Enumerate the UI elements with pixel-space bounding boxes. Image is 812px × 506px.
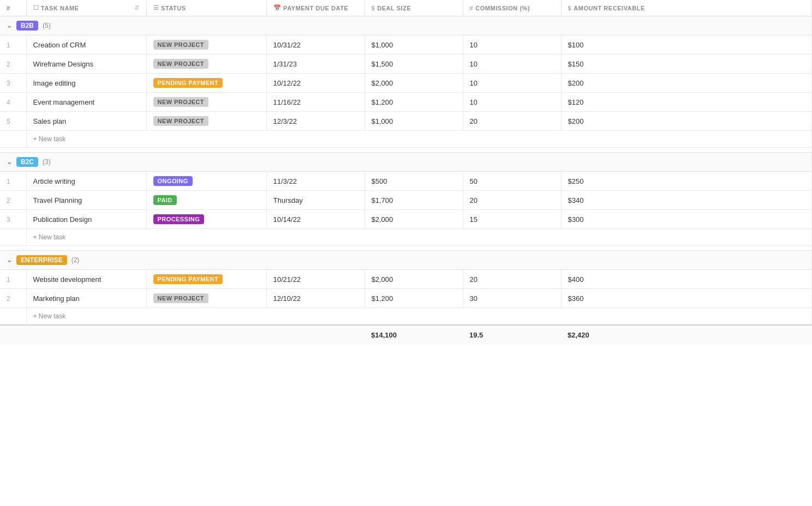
cell-task-0-3[interactable]: Event management: [26, 93, 146, 112]
cell-task-0-2[interactable]: Image editing: [26, 74, 146, 93]
cell-deal-1-2: $2,000: [365, 210, 463, 229]
cell-task-2-0[interactable]: Website development: [26, 270, 146, 289]
cell-task-2-1[interactable]: Marketing plan: [26, 289, 146, 308]
table-header-row: # ☐ TASK NAME ⇵ ☰ STATUS: [0, 0, 812, 16]
group-count-enterprise: (2): [71, 256, 80, 264]
cell-num-0-1: 2: [0, 55, 26, 74]
cell-amount-1-2: $300: [561, 210, 812, 229]
cell-task-1-2[interactable]: Publication Design: [26, 210, 146, 229]
status-badge: ONGOING: [153, 176, 193, 186]
new-task-row-b2b[interactable]: + New task: [0, 131, 812, 148]
group-header-b2b[interactable]: ⌄ B2B (5): [0, 16, 812, 35]
dollar-icon-2: $: [568, 5, 572, 11]
table-row: 1 Website development PENDING PAYMENT 10…: [0, 270, 812, 289]
cell-num-1-1: 2: [0, 191, 26, 210]
new-task-label-enterprise[interactable]: + New task: [26, 308, 812, 326]
cell-num-1-2: 3: [0, 210, 26, 229]
cell-num-2-1: 2: [0, 289, 26, 308]
cell-deal-2-0: $2,000: [365, 270, 463, 289]
group-header-b2c[interactable]: ⌄ B2C (3): [0, 153, 812, 172]
cell-task-0-0[interactable]: Creation of CRM: [26, 35, 146, 55]
tasks-table: # ☐ TASK NAME ⇵ ☰ STATUS: [0, 0, 812, 345]
cell-status-0-0: NEW PROJECT: [146, 35, 266, 55]
chevron-icon-enterprise[interactable]: ⌄: [7, 256, 12, 264]
status-badge: NEW PROJECT: [153, 116, 209, 126]
group-spacer-b2c: [0, 246, 812, 251]
cell-status-2-1: NEW PROJECT: [146, 289, 266, 308]
cell-date-0-1: 1/31/23: [266, 55, 365, 74]
main-table-container: # ☐ TASK NAME ⇵ ☰ STATUS: [0, 0, 812, 345]
footer-row: $14,100 19.5 $2,420: [0, 325, 812, 345]
cell-num-0-0: 1: [0, 35, 26, 55]
footer-num: [0, 325, 26, 345]
cell-num-0-3: 4: [0, 93, 26, 112]
cell-amount-1-1: $340: [561, 191, 812, 210]
col-header-status: ☰ STATUS: [146, 0, 266, 16]
status-badge: PAID: [153, 195, 177, 205]
group-tag-enterprise: ENTERPRISE: [16, 255, 67, 265]
cell-status-1-0: ONGOING: [146, 172, 266, 191]
cell-task-0-4[interactable]: Sales plan: [26, 112, 146, 131]
cell-date-1-1: Thursday: [266, 191, 365, 210]
cell-commission-1-0: 50: [463, 172, 561, 191]
cell-commission-1-2: 15: [463, 210, 561, 229]
new-task-row-b2c[interactable]: + New task: [0, 229, 812, 246]
col-header-deal: $ DEAL SIZE: [365, 0, 463, 16]
cell-num-0-2: 3: [0, 74, 26, 93]
cell-date-0-0: 10/31/22: [266, 35, 365, 55]
group-count-b2c: (3): [43, 158, 51, 166]
cell-status-1-2: PROCESSING: [146, 210, 266, 229]
new-task-label-b2b[interactable]: + New task: [26, 131, 812, 148]
cell-num-1-0: 1: [0, 172, 26, 191]
status-badge: PROCESSING: [153, 214, 205, 224]
footer-task: [26, 325, 146, 345]
cell-deal-0-2: $2,000: [365, 74, 463, 93]
cell-deal-0-3: $1,200: [365, 93, 463, 112]
col-header-amount: $ AMOUNT RECEIVABLE: [561, 0, 812, 16]
cell-task-1-1[interactable]: Travel Planning: [26, 191, 146, 210]
col-status-label: STATUS: [161, 5, 186, 11]
cell-num-0-4: 5: [0, 112, 26, 131]
new-task-label-b2c[interactable]: + New task: [26, 229, 812, 246]
table-row: 1 Creation of CRM NEW PROJECT 10/31/22 $…: [0, 35, 812, 55]
group-tag-b2b: B2B: [16, 21, 38, 31]
cell-amount-0-0: $100: [561, 35, 812, 55]
cell-task-0-1[interactable]: Wireframe Designs: [26, 55, 146, 74]
task-icon: ☐: [33, 4, 39, 11]
chevron-icon-b2b[interactable]: ⌄: [7, 22, 12, 29]
cell-deal-1-0: $500: [365, 172, 463, 191]
group-header-cell-b2b: ⌄ B2B (5): [0, 16, 812, 35]
group-count-b2b: (5): [43, 22, 51, 29]
sort-icon[interactable]: ⇵: [134, 4, 140, 11]
cell-date-0-4: 12/3/22: [266, 112, 365, 131]
group-tag-b2c: B2C: [16, 157, 38, 167]
table-row: 2 Wireframe Designs NEW PROJECT 1/31/23 …: [0, 55, 812, 74]
hash-icon: #: [470, 5, 474, 11]
status-icon: ☰: [153, 4, 159, 11]
cell-commission-0-3: 10: [463, 93, 561, 112]
calendar-icon: 📅: [273, 4, 282, 11]
new-task-num-b2b: [0, 131, 26, 148]
cell-commission-1-1: 20: [463, 191, 561, 210]
status-badge: PENDING PAYMENT: [153, 78, 223, 88]
col-header-task: ☐ TASK NAME ⇵: [26, 0, 146, 16]
table-row: 2 Travel Planning PAID Thursday $1,700 2…: [0, 191, 812, 210]
cell-task-1-0[interactable]: Article writing: [26, 172, 146, 191]
col-date-label: PAYMENT DUE DATE: [283, 5, 348, 11]
table-row: 1 Article writing ONGOING 11/3/22 $500 5…: [0, 172, 812, 191]
group-header-enterprise[interactable]: ⌄ ENTERPRISE (2): [0, 251, 812, 270]
footer-amount: $2,420: [561, 325, 812, 345]
status-badge: NEW PROJECT: [153, 40, 209, 50]
cell-status-0-2: PENDING PAYMENT: [146, 74, 266, 93]
footer-commission: 19.5: [463, 325, 561, 345]
chevron-icon-b2c[interactable]: ⌄: [7, 158, 12, 166]
cell-amount-0-1: $150: [561, 55, 812, 74]
cell-commission-0-1: 10: [463, 55, 561, 74]
table-row: 5 Sales plan NEW PROJECT 12/3/22 $1,000 …: [0, 112, 812, 131]
cell-status-0-1: NEW PROJECT: [146, 55, 266, 74]
footer-status: [146, 325, 266, 345]
table-row: 3 Image editing PENDING PAYMENT 10/12/22…: [0, 74, 812, 93]
cell-commission-0-4: 20: [463, 112, 561, 131]
cell-status-1-1: PAID: [146, 191, 266, 210]
new-task-row-enterprise[interactable]: + New task: [0, 308, 812, 326]
